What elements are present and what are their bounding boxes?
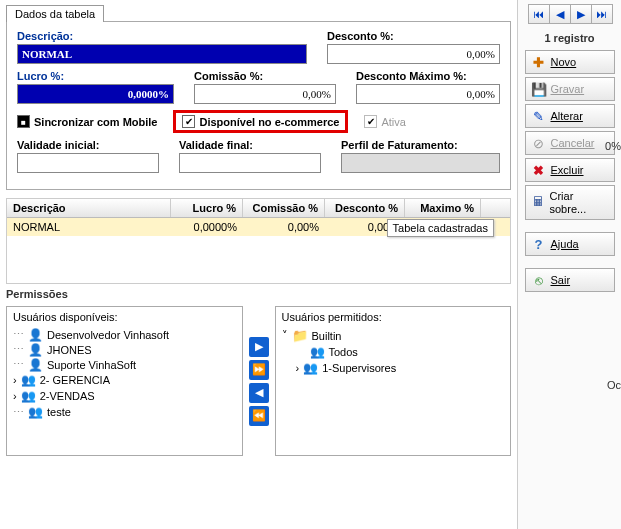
select-perfil[interactable] [341, 153, 500, 173]
label-descricao: Descrição: [17, 30, 307, 42]
group-icon: 👥 [28, 405, 43, 419]
tab-dados[interactable]: Dados da tabela [6, 5, 104, 22]
tooltip-tabela: Tabela cadastradas [387, 219, 494, 237]
list-item[interactable]: ⋯👥teste [13, 404, 236, 420]
label-perfil: Perfil de Faturamento: [341, 139, 500, 151]
btn-sair-label: Sair [551, 274, 571, 286]
user-icon: 👤 [28, 329, 43, 341]
chk-sync-mobile[interactable]: Sincronizar com Mobile [17, 115, 157, 128]
chk-ecommerce-highlight: Disponível no e-commerce [173, 110, 348, 133]
action-panel: ⏮ ◀ ▶ ⏭ 1 registro ✚ Novo 💾 Gravar ✎ Alt… [517, 0, 621, 529]
btn-ajuda[interactable]: ? Ajuda [525, 232, 615, 256]
record-count: 1 registro [544, 32, 594, 44]
checkbox-icon [364, 115, 377, 128]
list-item[interactable]: ˅📁Builtin [282, 327, 505, 344]
btn-excluir-label: Excluir [551, 164, 584, 176]
btn-ajuda-label: Ajuda [551, 238, 579, 250]
btn-novo[interactable]: ✚ Novo [525, 50, 615, 74]
label-comissao: Comissão %: [194, 70, 336, 82]
nav-prev[interactable]: ◀ [549, 4, 571, 24]
transfer-buttons: ▶ ⏩ ◀ ⏪ [249, 337, 269, 426]
list-item-label: Suporte VinhaSoft [47, 359, 136, 371]
label-validade-fin: Validade final: [179, 139, 321, 151]
help-icon: ? [532, 237, 546, 251]
cell-lucro: 0,0000% [171, 218, 243, 236]
list-item[interactable]: ›👥1-Supervisores [282, 360, 505, 376]
list-item-label: Todos [329, 346, 358, 358]
list-item[interactable]: ⋯👤Suporte VinhaSoft [13, 357, 236, 372]
group-icon: 👥 [303, 361, 318, 375]
chk-ecom-label: Disponível no e-commerce [199, 116, 339, 128]
folder-icon: 📁 [292, 328, 308, 343]
col-desconto[interactable]: Desconto % [325, 199, 405, 217]
list-item-label: 2-VENDAS [40, 390, 95, 402]
input-lucro[interactable] [17, 84, 174, 104]
list-item-label: JHONES [47, 344, 92, 356]
input-comissao[interactable] [194, 84, 336, 104]
btn-move-left[interactable]: ◀ [249, 383, 269, 403]
list-item[interactable]: 👥Todos [282, 344, 505, 360]
perm-avail-label: Usuários disponíveis: [13, 311, 236, 323]
col-lucro[interactable]: Lucro % [171, 199, 243, 217]
label-lucro: Lucro %: [17, 70, 174, 82]
nav-first[interactable]: ⏮ [528, 4, 550, 24]
chk-ativa[interactable]: Ativa [364, 115, 405, 128]
btn-alterar-label: Alterar [551, 110, 583, 122]
perm-allowed-label: Usuários permitidos: [282, 311, 505, 323]
grid-tabelas: Descrição Lucro % Comissão % Desconto % … [6, 198, 511, 284]
input-desc-max[interactable] [356, 84, 500, 104]
list-item[interactable]: ⋯👤Desenvolvedor Vinhasoft [13, 327, 236, 342]
list-item-label: 2- GERENCIA [40, 374, 110, 386]
list-item[interactable]: ›👥2-VENDAS [13, 388, 236, 404]
btn-criar-sobre-label: Criar sobre... [550, 190, 608, 214]
btn-novo-label: Novo [551, 56, 577, 68]
label-desc-max: Desconto Máximo %: [356, 70, 500, 82]
permissoes-title: Permissões [6, 288, 511, 300]
list-item[interactable]: ›👥2- GERENCIA [13, 372, 236, 388]
col-maximo[interactable]: Maximo % [405, 199, 481, 217]
btn-criar-sobre[interactable]: 🖩 Criar sobre... [525, 185, 615, 220]
calculator-icon: 🖩 [532, 196, 545, 210]
btn-excluir[interactable]: ✖ Excluir [525, 158, 615, 182]
btn-cancelar[interactable]: ⊘ Cancelar [525, 131, 615, 155]
input-validade-ini[interactable] [17, 153, 159, 173]
perm-allowed-box: Usuários permitidos: ˅📁Builtin 👥Todos ›👥… [275, 306, 512, 456]
nav-last[interactable]: ⏭ [591, 4, 613, 24]
group-icon: 👥 [310, 345, 325, 359]
chk-sync-label: Sincronizar com Mobile [34, 116, 157, 128]
user-icon: 👤 [28, 359, 43, 371]
save-icon: 💾 [532, 82, 546, 96]
checkbox-icon [182, 115, 195, 128]
checkbox-icon [17, 115, 30, 128]
list-item[interactable]: ⋯👤JHONES [13, 342, 236, 357]
list-item-label: Desenvolvedor Vinhasoft [47, 329, 169, 341]
side-marker: Oc [607, 379, 621, 391]
btn-gravar[interactable]: 💾 Gravar [525, 77, 615, 101]
record-nav: ⏮ ◀ ▶ ⏭ [528, 4, 612, 24]
col-descricao[interactable]: Descrição [7, 199, 171, 217]
col-comissao[interactable]: Comissão % [243, 199, 325, 217]
btn-sair[interactable]: ⎋ Sair [525, 268, 615, 292]
btn-move-all-left[interactable]: ⏪ [249, 406, 269, 426]
label-validade-ini: Validade inicial: [17, 139, 159, 151]
grid-header: Descrição Lucro % Comissão % Desconto % … [7, 199, 510, 218]
cancel-icon: ⊘ [532, 136, 546, 150]
cell-comissao: 0,00% [243, 218, 325, 236]
chk-ativa-label: Ativa [381, 116, 405, 128]
form-panel: Descrição: Desconto %: Lucro %: Comissão… [6, 21, 511, 190]
group-icon: 👥 [21, 373, 36, 387]
cell-descricao: NORMAL [7, 218, 171, 236]
btn-move-right[interactable]: ▶ [249, 337, 269, 357]
input-desconto[interactable] [327, 44, 500, 64]
chk-ecommerce[interactable]: Disponível no e-commerce [182, 115, 339, 128]
btn-gravar-label: Gravar [551, 83, 585, 95]
btn-alterar[interactable]: ✎ Alterar [525, 104, 615, 128]
user-icon: 👤 [28, 344, 43, 356]
extra-percent: 0% [605, 140, 621, 152]
input-descricao[interactable] [17, 44, 307, 64]
btn-move-all-right[interactable]: ⏩ [249, 360, 269, 380]
list-item-label: Builtin [312, 330, 342, 342]
input-validade-fin[interactable] [179, 153, 321, 173]
nav-next[interactable]: ▶ [570, 4, 592, 24]
list-item-label: 1-Supervisores [322, 362, 396, 374]
